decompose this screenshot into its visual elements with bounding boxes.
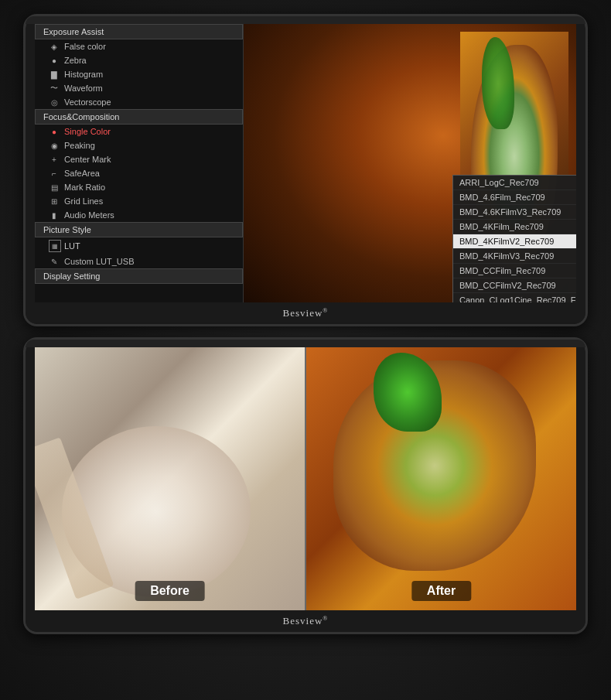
menu-item-mark-ratio[interactable]: ▤ Mark Ratio	[35, 180, 243, 194]
mark-ratio-icon: ▤	[49, 182, 60, 193]
menu-item-grid-lines[interactable]: ⊞ Grid Lines	[35, 194, 243, 208]
section-picture-style: Picture Style	[35, 222, 243, 237]
menu-item-single-color[interactable]: ● Single Color	[35, 125, 243, 138]
lut-item-bmd-4kfilmv2[interactable]: BMD_4KFilmV2_Rec709	[453, 234, 576, 249]
menu-item-zebra[interactable]: ● Zebra	[35, 53, 243, 67]
menu-item-audio-meters[interactable]: ▮ Audio Meters	[35, 208, 243, 222]
custom-lut-icon: ✎	[49, 256, 60, 267]
before-panel: Before	[35, 347, 305, 610]
monitor-bottom-top-bezel	[26, 340, 585, 347]
vectorscope-icon: ◎	[49, 97, 60, 108]
grid-lines-icon: ⊞	[49, 196, 60, 207]
lut-item-canon-clog1[interactable]: Canon_CLog1Cine_Rec709_FF_V1.1	[453, 293, 576, 302]
monitor-top-bottom-bezel: Besview®	[26, 302, 585, 324]
lut-item-bmd-4kfilm[interactable]: BMD_4KFilm_Rec709	[453, 220, 576, 234]
menu-item-histogram[interactable]: ▇ Histogram	[35, 67, 243, 81]
menu-item-false-color[interactable]: ◈ False color	[35, 39, 243, 53]
menu-item-safe-area[interactable]: ⌐ SafeArea	[35, 166, 243, 180]
monitor-bottom-bottom-bezel: Besview®	[26, 610, 585, 632]
peaking-icon: ◉	[49, 140, 60, 151]
brand-bottom: Besview®	[283, 615, 329, 627]
lut-item-bmd-4-6filmv3[interactable]: BMD_4.6KFilmV3_Rec709	[453, 205, 576, 220]
before-label: Before	[135, 581, 205, 601]
menu-item-custom-lut-usb[interactable]: ✎ Custom LUT_USB	[35, 254, 243, 268]
food-background: ARRI_LogC_Rec709 BMD_4.6Film_Rec709 BMD_…	[244, 24, 576, 302]
center-mark-icon: +	[49, 154, 60, 165]
menu-item-waveform[interactable]: 〜 Waveform	[35, 81, 243, 95]
screen-top: Exposure Assist ◈ False color ● Zebra ▇ …	[35, 24, 576, 302]
monitor-top-bezel	[26, 16, 585, 24]
menu-item-vectorscope[interactable]: ◎ Vectorscope	[35, 95, 243, 109]
lut-toggle-row: ▦ LUT	[35, 237, 243, 254]
section-exposure-assist: Exposure Assist	[35, 24, 243, 39]
lut-dropdown-overlay: ARRI_LogC_Rec709 BMD_4.6Film_Rec709 BMD_…	[452, 175, 576, 302]
lut-item-arri[interactable]: ARRI_LogC_Rec709	[453, 176, 576, 190]
after-label: After	[411, 581, 471, 601]
lut-item-bmd-ccfilm[interactable]: BMD_CCFilm_Rec709	[453, 264, 576, 278]
section-focus-composition: Focus&Composition	[35, 109, 243, 125]
monitor-top: Exposure Assist ◈ False color ● Zebra ▇ …	[23, 14, 588, 326]
lut-item-bmd-4kfilmv3[interactable]: BMD_4KFilmV3_Rec709	[453, 249, 576, 264]
lut-icon: ▦	[49, 240, 61, 252]
lut-label: LUT	[64, 241, 80, 251]
audio-meters-icon: ▮	[49, 210, 60, 220]
split-screen: Before After	[35, 347, 576, 610]
sidebar-menu: Exposure Assist ◈ False color ● Zebra ▇ …	[35, 24, 244, 302]
monitor-bottom: Before After Besview®	[23, 337, 588, 634]
lut-item-bmd-ccfilmv2[interactable]: BMD_CCFilmV2_Rec709	[453, 278, 576, 293]
zebra-icon: ●	[49, 55, 60, 66]
brand-top: Besview®	[283, 307, 329, 319]
lut-list: ARRI_LogC_Rec709 BMD_4.6Film_Rec709 BMD_…	[453, 176, 576, 302]
single-color-icon: ●	[49, 126, 60, 137]
lut-item-bmd-4-6film[interactable]: BMD_4.6Film_Rec709	[453, 190, 576, 205]
section-display-setting: Display Setting	[35, 268, 243, 284]
screen-content-top: Exposure Assist ◈ False color ● Zebra ▇ …	[35, 24, 576, 302]
waveform-icon: 〜	[49, 83, 60, 94]
histogram-icon: ▇	[49, 69, 60, 80]
menu-item-peaking[interactable]: ◉ Peaking	[35, 138, 243, 152]
after-panel: After	[306, 347, 576, 610]
safe-area-icon: ⌐	[49, 168, 60, 179]
menu-item-center-mark[interactable]: + Center Mark	[35, 152, 243, 166]
false-color-icon: ◈	[49, 41, 60, 52]
